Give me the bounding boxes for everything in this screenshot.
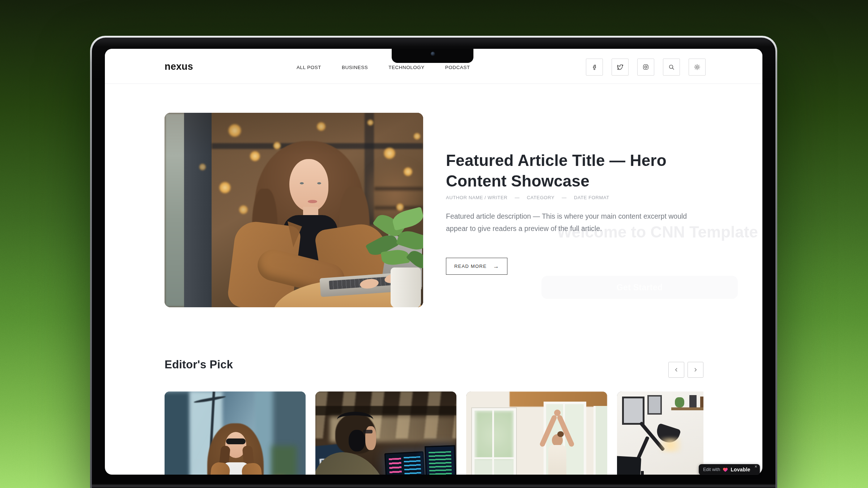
site-logo[interactable]: nexus [165, 61, 193, 72]
photo-layer [165, 391, 190, 475]
lovable-badge[interactable]: Edit with Lovable × [699, 464, 760, 475]
badge-prefix: Edit with [703, 467, 720, 472]
chevron-left-icon [673, 367, 679, 373]
editors-pick-heading: Editor's Pick [165, 358, 233, 371]
featured-description: Featured article description — This is w… [446, 210, 692, 235]
headphones [349, 430, 365, 451]
carousel-prev-button[interactable] [668, 362, 684, 378]
wall-frame [647, 395, 662, 415]
instagram-button[interactable] [637, 59, 654, 76]
chevron-right-icon [693, 367, 698, 373]
heart-icon [723, 467, 728, 472]
editors-pick-card[interactable] [165, 391, 306, 475]
window-mullion [492, 410, 494, 475]
editors-pick-card[interactable] [466, 391, 607, 475]
photo-layer [315, 406, 456, 415]
carousel-next-button[interactable] [688, 362, 703, 378]
search-button[interactable] [663, 59, 680, 76]
meta-separator: — [562, 195, 567, 200]
glasses [363, 430, 373, 433]
featured-meta: AUTHOR NAME / WRITER — CATEGORY — DATE F… [446, 195, 609, 200]
ghost-get-started-button: Get Started [541, 276, 738, 299]
laptop-mockup: nexus ALL POST BUSINESS TECHNOLOGY PODCA… [90, 36, 777, 488]
date-label: DATE FORMAT [574, 195, 609, 200]
twitter-button[interactable] [612, 59, 629, 76]
editors-pick-card[interactable] [617, 391, 703, 475]
wall-frame [622, 397, 644, 425]
hair-bun [557, 431, 564, 437]
category-label[interactable]: CATEGORY [527, 195, 555, 200]
author-label[interactable]: AUTHOR NAME / WRITER [446, 195, 507, 200]
nav-business[interactable]: BUSINESS [342, 65, 368, 70]
meta-separator: — [515, 195, 520, 200]
featured-title-line1: Featured Article Title — Hero [446, 151, 667, 169]
photo-layer [476, 412, 512, 459]
desktop-background: nexus ALL POST BUSINESS TECHNOLOGY PODCA… [0, 0, 868, 488]
photo-layer [165, 113, 423, 307]
laptop-bezel: nexus ALL POST BUSINESS TECHNOLOGY PODCA… [92, 38, 775, 488]
webcam-icon [431, 52, 435, 56]
facebook-button[interactable] [586, 59, 603, 76]
ghost-button-label: Get Started [617, 283, 663, 292]
monitor [617, 456, 641, 475]
code-lines [429, 451, 453, 475]
featured-image[interactable] [165, 113, 423, 307]
woman-torso [548, 445, 566, 475]
shelf-plant [675, 397, 684, 407]
read-more-button[interactable]: READ MORE → [446, 258, 507, 275]
editors-pick-card[interactable]: DV [315, 391, 456, 475]
twitter-icon [616, 63, 624, 71]
arrow-right-icon: → [493, 263, 499, 270]
read-more-label: READ MORE [454, 264, 487, 269]
main-nav: ALL POST BUSINESS TECHNOLOGY PODCAST [297, 65, 470, 70]
header-actions [586, 59, 706, 76]
featured-title-line2: Content Showcase [446, 172, 590, 190]
nav-all-post[interactable]: ALL POST [297, 65, 321, 70]
headphones [337, 412, 373, 428]
theme-toggle-button[interactable] [689, 59, 706, 76]
instagram-icon [642, 63, 650, 71]
close-icon[interactable]: × [755, 465, 757, 469]
featured-title: Featured Article Title — HeroContent Sho… [446, 150, 677, 191]
code-lines [389, 458, 403, 475]
window-mullion [473, 457, 515, 459]
shelf [671, 407, 703, 410]
woman-hands [554, 410, 561, 416]
laptop-hinge [92, 483, 775, 488]
editors-pick-carousel: DV [165, 391, 703, 475]
shelf-book [689, 395, 697, 407]
code-lines [404, 456, 423, 475]
badge-brand: Lovable [731, 467, 750, 472]
nav-technology[interactable]: TECHNOLOGY [388, 65, 425, 70]
search-icon [668, 63, 675, 71]
shelf-box [700, 397, 703, 407]
sunglasses [226, 438, 246, 444]
nav-podcast[interactable]: PODCAST [445, 65, 470, 70]
lamp-glow [660, 438, 681, 452]
lamp-pole [641, 471, 644, 475]
laptop-notch [392, 49, 473, 63]
browser-viewport: nexus ALL POST BUSINESS TECHNOLOGY PODCA… [105, 49, 762, 475]
facebook-icon [591, 63, 598, 71]
photo-layer [271, 446, 297, 475]
window [593, 406, 607, 475]
theme-light-icon [693, 63, 701, 71]
